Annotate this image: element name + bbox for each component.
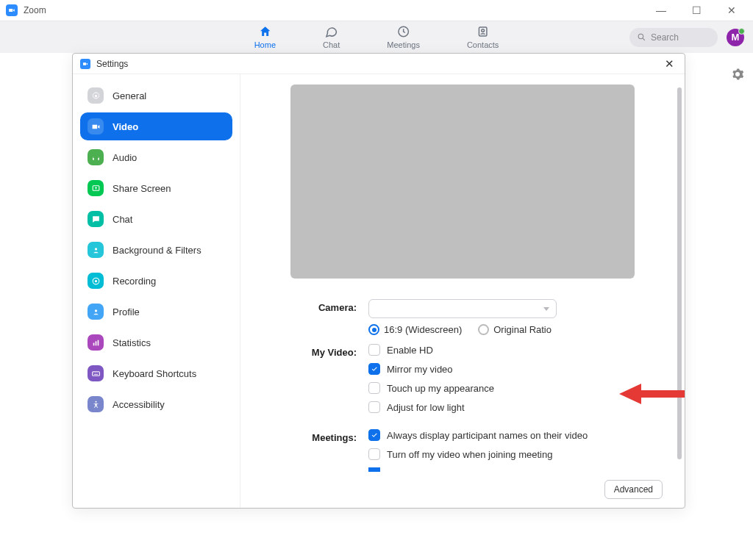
app-title: Zoom — [24, 5, 46, 15]
profile-icon — [88, 304, 104, 320]
checkbox-display-names[interactable]: Always display participant names on thei… — [368, 429, 663, 441]
checkbox-enable-hd[interactable]: Enable HD — [368, 344, 663, 356]
checkbox-label: Mirror my video — [387, 364, 453, 375]
sidebar-item-general[interactable]: General — [80, 82, 232, 110]
checkbox-partial-hidden[interactable] — [368, 467, 663, 472]
sidebar-item-label: General — [113, 90, 146, 101]
sidebar-item-audio[interactable]: Audio — [80, 143, 232, 171]
sidebar-item-statistics[interactable]: Statistics — [80, 329, 232, 356]
search-placeholder: Search — [651, 32, 679, 43]
svg-rect-11 — [95, 341, 96, 345]
checkbox-icon — [368, 363, 380, 375]
window-minimize-button[interactable]: — — [650, 4, 672, 16]
checkbox-icon — [368, 467, 380, 472]
checkbox-touch-up[interactable]: Touch up my appearance — [368, 382, 663, 394]
tab-chat[interactable]: Chat — [317, 22, 346, 52]
radio-16-9[interactable]: 16:9 (Widescreen) — [368, 324, 462, 335]
sidebar-item-share-screen[interactable]: Share Screen — [80, 174, 232, 202]
svg-point-14 — [95, 401, 96, 402]
sidebar-item-video[interactable]: Video — [80, 112, 232, 140]
record-icon — [88, 273, 104, 289]
svg-point-6 — [94, 248, 96, 250]
content-scrollbar[interactable] — [677, 87, 682, 459]
keyboard-icon — [88, 365, 104, 381]
clock-icon — [397, 25, 410, 40]
sidebar-item-label: Background & Filters — [113, 245, 201, 256]
search-input[interactable]: Search — [629, 28, 718, 47]
zoom-app-icon — [6, 4, 18, 16]
sidebar-item-label: Share Screen — [113, 183, 171, 194]
sidebar-item-chat[interactable]: Chat — [80, 205, 232, 233]
headphones-icon — [88, 149, 104, 165]
accessibility-icon — [88, 396, 104, 412]
my-video-label: My Video: — [288, 344, 357, 358]
sidebar-item-label: Recording — [113, 276, 156, 287]
checkbox-icon — [368, 382, 380, 394]
radio-label: Original Ratio — [493, 324, 552, 335]
sidebar-item-label: Chat — [113, 214, 132, 225]
svg-rect-12 — [97, 340, 99, 345]
sidebar-item-label: Audio — [113, 152, 137, 163]
tab-meetings[interactable]: Meetings — [381, 22, 426, 52]
checkbox-icon — [368, 448, 380, 460]
sidebar-item-accessibility[interactable]: Accessibility — [80, 390, 232, 418]
settings-gear-icon[interactable] — [731, 68, 744, 84]
home-icon — [258, 25, 271, 40]
settings-close-button[interactable]: ✕ — [662, 56, 677, 72]
radio-dot-icon — [478, 324, 489, 335]
window-close-button[interactable]: ✕ — [721, 4, 743, 16]
sidebar-item-label: Accessibility — [113, 399, 165, 410]
radio-label: 16:9 (Widescreen) — [384, 324, 462, 335]
sidebar-item-keyboard-shortcuts[interactable]: Keyboard Shortcuts — [80, 359, 232, 387]
advanced-button[interactable]: Advanced — [604, 480, 663, 499]
settings-sidebar: General Video Audio Share Screen Chat Ba… — [73, 74, 240, 508]
window-maximize-button[interactable]: ☐ — [685, 4, 707, 16]
gear-icon — [88, 87, 104, 104]
settings-content: Camera: 16:9 (Widescreen) Original Ratio — [240, 74, 685, 508]
person-icon — [88, 242, 104, 258]
camera-select[interactable] — [368, 299, 557, 318]
checkbox-icon — [368, 429, 380, 441]
avatar-initial: M — [732, 32, 740, 43]
chat-bubble-icon — [88, 211, 104, 227]
svg-point-8 — [94, 279, 96, 281]
checkbox-icon — [368, 401, 380, 413]
svg-point-2 — [482, 29, 485, 32]
checkbox-icon — [368, 344, 380, 356]
checkbox-mirror-video[interactable]: Mirror my video — [368, 363, 663, 375]
search-icon — [637, 32, 646, 42]
main-tab-bar: Home Chat Meetings Contacts Search M — [0, 21, 753, 53]
sidebar-item-background-filters[interactable]: Background & Filters — [80, 236, 232, 264]
checkbox-label: Turn off my video when joining meeting — [387, 449, 552, 460]
checkbox-low-light[interactable]: Adjust for low light — [368, 401, 663, 413]
checkbox-label: Adjust for low light — [387, 402, 465, 413]
sidebar-item-label: Video — [113, 121, 138, 132]
tab-meetings-label: Meetings — [387, 40, 420, 49]
sidebar-item-profile[interactable]: Profile — [80, 298, 232, 326]
sidebar-item-label: Statistics — [113, 337, 151, 348]
checkbox-label: Always display participant names on thei… — [387, 430, 588, 441]
sidebar-item-label: Profile — [113, 306, 140, 317]
video-preview — [290, 85, 635, 279]
bar-chart-icon — [88, 334, 104, 351]
user-avatar[interactable]: M — [727, 29, 744, 46]
tab-home-label: Home — [254, 40, 276, 49]
checkbox-label: Enable HD — [387, 345, 433, 356]
checkbox-turn-off-video-join[interactable]: Turn off my video when joining meeting — [368, 448, 663, 460]
zoom-app-icon — [80, 59, 90, 69]
tab-home[interactable]: Home — [249, 22, 282, 52]
radio-original-ratio[interactable]: Original Ratio — [478, 324, 552, 335]
video-icon — [88, 118, 104, 134]
chat-icon — [325, 25, 338, 40]
share-screen-icon — [88, 180, 104, 196]
svg-point-9 — [94, 309, 96, 312]
svg-rect-13 — [92, 371, 99, 375]
tab-contacts[interactable]: Contacts — [461, 22, 504, 52]
radio-dot-icon — [368, 324, 379, 335]
sidebar-item-recording[interactable]: Recording — [80, 267, 232, 295]
svg-point-4 — [94, 94, 96, 96]
settings-window: Settings ✕ General Video Audio Share Scr… — [72, 53, 685, 509]
tab-contacts-label: Contacts — [467, 40, 499, 49]
sidebar-item-label: Keyboard Shortcuts — [113, 368, 196, 379]
camera-label: Camera: — [288, 299, 357, 313]
